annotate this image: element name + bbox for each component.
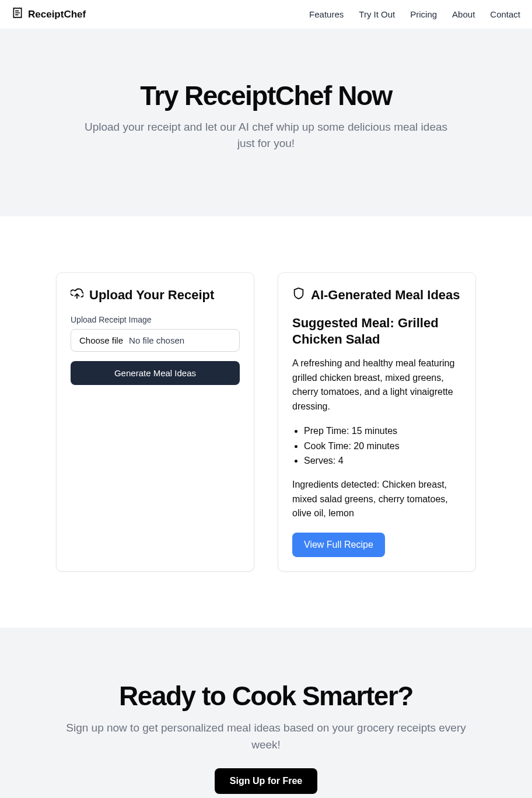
brand-name: ReceiptChef — [28, 9, 86, 20]
upload-card: Upload Your Receipt Upload Receipt Image… — [56, 272, 254, 572]
meal-meta-list: Prep Time: 15 minutes Cook Time: 20 minu… — [292, 424, 461, 468]
upload-card-title: Upload Your Receipt — [71, 287, 240, 303]
brand-logo[interactable]: ReceiptChef — [12, 7, 86, 22]
main-nav: Features Try It Out Pricing About Contac… — [309, 9, 520, 19]
shield-icon — [292, 287, 305, 303]
ingredients-detected: Ingredients detected: Chicken breast, mi… — [292, 478, 461, 521]
file-choose-text: Choose file — [79, 335, 123, 345]
meal-card-title: AI-Generated Meal Ideas — [292, 287, 461, 303]
nav-try[interactable]: Try It Out — [359, 9, 395, 19]
cta-section: Ready to Cook Smarter? Sign up now to ge… — [0, 628, 532, 798]
meal-description: A refreshing and healthy meal featuring … — [292, 356, 461, 414]
upload-label: Upload Receipt Image — [71, 315, 240, 324]
nav-pricing[interactable]: Pricing — [410, 9, 437, 19]
signup-button[interactable]: Sign Up for Free — [215, 768, 317, 794]
hero-subtitle: Upload your receipt and let our AI chef … — [79, 119, 453, 152]
hero-section: Try ReceiptChef Now Upload your receipt … — [0, 29, 532, 216]
upload-cloud-icon — [71, 287, 83, 303]
hero-title: Try ReceiptChef Now — [12, 81, 520, 111]
generate-button[interactable]: Generate Meal Ideas — [71, 361, 240, 385]
receipt-icon — [12, 7, 23, 22]
nav-about[interactable]: About — [452, 9, 475, 19]
nav-contact[interactable]: Contact — [490, 9, 520, 19]
meal-card-title-text: AI-Generated Meal Ideas — [311, 288, 460, 303]
site-header: ReceiptChef Features Try It Out Pricing … — [0, 0, 532, 29]
suggested-meal-title: Suggested Meal: Grilled Chicken Salad — [292, 315, 461, 348]
cta-title: Ready to Cook Smarter? — [12, 680, 520, 712]
file-input[interactable]: Choose file No file chosen — [71, 329, 240, 352]
nav-features[interactable]: Features — [309, 9, 344, 19]
prep-time: Prep Time: 15 minutes — [304, 424, 461, 439]
file-none-text: No file chosen — [129, 335, 184, 345]
cta-subtitle: Sign up now to get personalized meal ide… — [56, 720, 476, 753]
upload-card-title-text: Upload Your Receipt — [89, 288, 214, 303]
cards-section: Upload Your Receipt Upload Receipt Image… — [0, 216, 532, 628]
meal-card: AI-Generated Meal Ideas Suggested Meal: … — [278, 272, 476, 572]
view-recipe-button[interactable]: View Full Recipe — [292, 533, 385, 557]
cook-time: Cook Time: 20 minutes — [304, 439, 461, 454]
serves: Serves: 4 — [304, 453, 461, 468]
